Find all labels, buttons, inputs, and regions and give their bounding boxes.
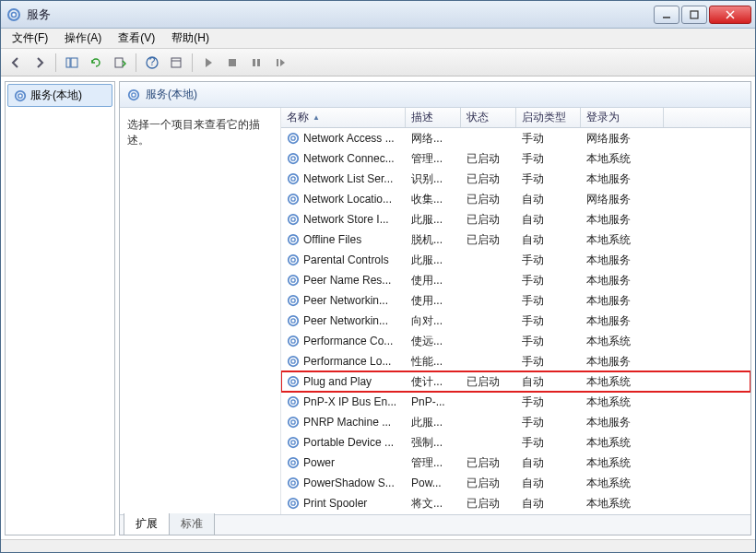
svg-point-48 xyxy=(291,400,295,404)
service-desc-cell: 收集... xyxy=(406,192,461,207)
column-name[interactable]: 名称▲ xyxy=(281,108,406,127)
start-service-button[interactable] xyxy=(197,52,219,74)
menubar: 文件(F) 操作(A) 查看(V) 帮助(H) xyxy=(1,29,755,49)
service-startup-cell: 手动 xyxy=(516,313,581,329)
service-logon-cell: 本地系统 xyxy=(581,394,664,410)
svg-point-28 xyxy=(291,197,295,201)
refresh-button[interactable] xyxy=(85,52,107,74)
svg-point-56 xyxy=(291,481,295,485)
service-startup-cell: 手动 xyxy=(516,131,581,147)
help-button[interactable]: ? xyxy=(141,52,163,74)
service-row[interactable]: Portable Device ...强制...手动本地系统 xyxy=(281,432,750,453)
stop-service-button[interactable] xyxy=(221,52,243,74)
close-button[interactable] xyxy=(709,6,751,24)
service-row[interactable]: Plug and Play使计...已启动自动本地系统 xyxy=(281,371,750,392)
tree-node-services-local[interactable]: 服务(本地) xyxy=(7,84,112,107)
back-button[interactable] xyxy=(5,52,27,74)
service-logon-cell: 本地系统 xyxy=(581,476,664,491)
service-row[interactable]: PnP-X IP Bus En...PnP-...手动本地系统 xyxy=(281,392,750,412)
list-rows[interactable]: Network Access ...网络...手动网络服务Network Con… xyxy=(281,128,750,514)
view-tabs: 扩展 标准 xyxy=(120,514,750,535)
column-logon[interactable]: 登录为 xyxy=(581,108,664,127)
forward-button[interactable] xyxy=(29,52,51,74)
service-row[interactable]: Network Connec...管理...已启动手动本地系统 xyxy=(281,148,750,169)
service-row[interactable]: Network Locatio...收集...已启动自动网络服务 xyxy=(281,189,750,209)
svg-rect-13 xyxy=(229,59,236,66)
service-row[interactable]: Network List Ser...识别...已启动手动本地服务 xyxy=(281,169,750,189)
service-logon-cell: 本地服务 xyxy=(581,273,664,288)
tree-node-label: 服务(本地) xyxy=(30,88,82,103)
service-row[interactable]: Peer Networkin...向对...手动本地服务 xyxy=(281,311,750,331)
menu-view[interactable]: 查看(V) xyxy=(111,29,162,48)
service-row[interactable]: Network Store I...此服...已启动自动本地服务 xyxy=(281,209,750,229)
tab-extended[interactable]: 扩展 xyxy=(124,513,170,535)
service-row[interactable]: Performance Lo...性能...手动本地服务 xyxy=(281,351,750,371)
show-hide-tree-button[interactable] xyxy=(61,52,83,74)
service-logon-cell: 网络服务 xyxy=(581,131,664,147)
service-desc-cell: 向对... xyxy=(406,313,461,329)
service-row[interactable]: Power管理...已启动自动本地系统 xyxy=(281,453,750,473)
minimize-button[interactable] xyxy=(654,6,679,24)
svg-rect-14 xyxy=(253,59,255,66)
service-row[interactable]: Peer Networkin...使用...手动本地服务 xyxy=(281,290,750,311)
content-body: 选择一个项目来查看它的描述。 名称▲ 描述 状态 启动类型 登录为 Networ… xyxy=(120,108,750,514)
export-list-button[interactable] xyxy=(109,52,131,74)
svg-rect-7 xyxy=(71,58,77,67)
svg-point-44 xyxy=(291,359,295,363)
menu-action[interactable]: 操作(A) xyxy=(57,29,109,48)
menu-file[interactable]: 文件(F) xyxy=(5,29,55,48)
maximize-button[interactable] xyxy=(681,6,707,24)
service-row[interactable]: PowerShadow S...Pow...已启动自动本地系统 xyxy=(281,473,750,493)
svg-rect-6 xyxy=(66,58,70,67)
restart-service-button[interactable] xyxy=(269,52,291,74)
service-startup-cell: 手动 xyxy=(516,415,581,430)
service-name-cell: Peer Networkin... xyxy=(281,294,406,307)
column-startup[interactable]: 启动类型 xyxy=(516,108,581,127)
pause-service-button[interactable] xyxy=(245,52,267,74)
service-status-cell: 已启动 xyxy=(461,171,516,187)
service-name-cell: Plug and Play xyxy=(281,375,406,388)
column-status[interactable]: 状态 xyxy=(461,108,516,127)
services-window: 服务 文件(F) 操作(A) 查看(V) 帮助(H) ? xyxy=(0,0,756,553)
service-status-cell: 已启动 xyxy=(461,496,516,512)
gear-icon xyxy=(287,274,300,287)
service-desc-cell: 识别... xyxy=(406,171,461,187)
gear-icon xyxy=(287,233,300,246)
service-startup-cell: 自动 xyxy=(516,212,581,228)
properties-button[interactable] xyxy=(165,52,187,74)
column-description[interactable]: 描述 xyxy=(406,108,461,127)
svg-point-22 xyxy=(291,136,295,140)
tab-standard[interactable]: 标准 xyxy=(169,513,215,535)
service-name-cell: Portable Device ... xyxy=(281,436,406,449)
svg-point-20 xyxy=(132,92,136,96)
detail-prompt: 选择一个项目来查看它的描述。 xyxy=(127,118,260,147)
service-logon-cell: 本地系统 xyxy=(581,334,664,349)
service-name-cell: Network Connec... xyxy=(281,152,406,165)
svg-point-30 xyxy=(291,218,295,221)
service-desc-cell: 脱机... xyxy=(406,232,461,248)
gear-icon xyxy=(287,375,300,388)
service-startup-cell: 手动 xyxy=(516,394,581,410)
service-row[interactable]: Performance Co...使远...手动本地系统 xyxy=(281,331,750,351)
service-row[interactable]: Offline Files脱机...已启动自动本地系统 xyxy=(281,229,750,250)
gear-icon xyxy=(287,152,300,165)
service-startup-cell: 自动 xyxy=(516,476,581,491)
service-logon-cell: 本地服务 xyxy=(581,171,664,187)
menu-help[interactable]: 帮助(H) xyxy=(164,29,217,48)
svg-point-24 xyxy=(291,157,295,160)
gear-icon xyxy=(287,294,300,307)
service-row[interactable]: PNRP Machine ...此服...手动本地服务 xyxy=(281,412,750,432)
service-startup-cell: 手动 xyxy=(516,151,581,167)
content-header-label: 服务(本地) xyxy=(146,87,197,102)
service-startup-cell: 手动 xyxy=(516,171,581,187)
service-desc-cell: 强制... xyxy=(406,435,461,451)
service-row[interactable]: Parental Controls此服...手动本地服务 xyxy=(281,250,750,270)
service-row[interactable]: Peer Name Res...使用...手动本地服务 xyxy=(281,270,750,290)
service-status-cell: 已启动 xyxy=(461,232,516,248)
service-startup-cell: 自动 xyxy=(516,455,581,471)
service-row[interactable]: Print Spooler将文...已启动自动本地系统 xyxy=(281,493,750,513)
titlebar: 服务 xyxy=(1,1,755,29)
list-header: 名称▲ 描述 状态 启动类型 登录为 xyxy=(281,108,750,128)
svg-point-54 xyxy=(291,461,295,465)
service-row[interactable]: Network Access ...网络...手动网络服务 xyxy=(281,128,750,148)
